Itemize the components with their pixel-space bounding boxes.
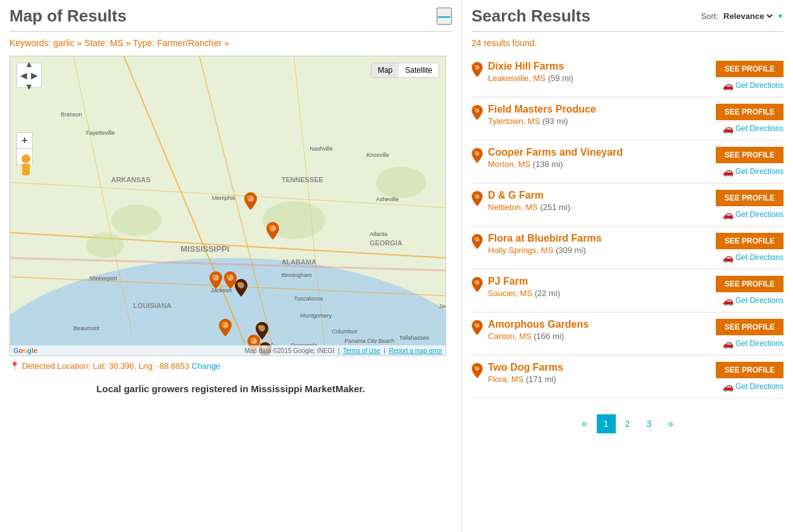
left-panel: Map of Results — Keywords: garlic » Stat…	[0, 0, 462, 532]
map-type-satellite-button[interactable]: Satellite	[399, 63, 439, 77]
result-item: Cooper Farms and Vineyard Morton, MS (13…	[471, 140, 784, 183]
result-pin-icon	[471, 363, 483, 378]
map-description: Local garlic growers registered in Missi…	[9, 383, 452, 394]
see-profile-button[interactable]: SEE PROFILE	[716, 276, 784, 292]
map-pin-1[interactable]	[244, 192, 257, 210]
right-panel: Search Results Sort: Relevance Distance …	[462, 0, 793, 532]
get-directions-link[interactable]: 🚗 Get Directions	[723, 381, 784, 392]
pagination-page-button[interactable]: 1	[597, 414, 616, 433]
report-link[interactable]: Report a map error	[389, 347, 442, 354]
map-footer: Google Map data ©2015 Google, INEGI | Te…	[10, 345, 446, 356]
get-directions-link[interactable]: 🚗 Get Directions	[723, 252, 784, 263]
map-zoom-in-button[interactable]: +	[16, 132, 33, 149]
get-directions-text: Get Directions	[735, 210, 784, 219]
detected-location-text: Detected Location: Lat: 30.396, Lng: -88…	[22, 361, 190, 371]
result-distance: (93 mi)	[542, 116, 568, 126]
result-actions: SEE PROFILE 🚗 Get Directions	[716, 104, 784, 133]
get-directions-text: Get Directions	[735, 296, 784, 305]
result-name[interactable]: D & G Farm	[488, 190, 711, 201]
car-icon: 🚗	[723, 123, 734, 133]
result-pin-icon	[471, 234, 483, 249]
svg-text:Montgomery: Montgomery	[301, 312, 332, 319]
result-item: Amorphous Gardens Canton, MS (166 mi) SE…	[471, 312, 784, 356]
get-directions-text: Get Directions	[735, 124, 784, 133]
result-name[interactable]: Amorphous Gardens	[488, 319, 711, 330]
see-profile-button[interactable]: SEE PROFILE	[716, 147, 784, 163]
get-directions-text: Get Directions	[735, 167, 784, 176]
result-item: Two Dog Farms Flora, MS (171 mi) SEE PRO…	[471, 356, 784, 399]
result-distance: (138 mi)	[533, 159, 563, 169]
get-directions-link[interactable]: 🚗 Get Directions	[723, 209, 784, 220]
result-name[interactable]: Cooper Farms and Vineyard	[488, 147, 711, 158]
result-location: Canton, MS (166 mi)	[488, 331, 711, 341]
svg-text:ALABAMA: ALABAMA	[282, 258, 316, 266]
result-pin-icon	[471, 105, 483, 120]
see-profile-button[interactable]: SEE PROFILE	[716, 190, 784, 206]
get-directions-text: Get Directions	[735, 253, 784, 262]
result-info: Dixie Hill Farms Leakesville, MS (59 mi)	[488, 61, 711, 83]
car-icon: 🚗	[723, 209, 734, 220]
result-name[interactable]: Dixie Hill Farms	[488, 61, 711, 72]
see-profile-button[interactable]: SEE PROFILE	[716, 319, 784, 335]
map-pin-6[interactable]	[219, 319, 232, 337]
see-profile-button[interactable]: SEE PROFILE	[716, 104, 784, 120]
svg-point-71	[474, 280, 477, 283]
svg-text:Jac...: Jac...	[439, 303, 446, 309]
get-directions-link[interactable]: 🚗 Get Directions	[723, 166, 784, 176]
map-pin-5[interactable]	[235, 279, 247, 297]
result-distance: (166 mi)	[534, 331, 564, 341]
google-logo: Google	[13, 347, 37, 354]
change-location-link[interactable]: Change	[192, 361, 221, 371]
result-city: Leakesville, MS	[488, 73, 546, 83]
svg-point-43	[247, 195, 251, 199]
svg-point-40	[376, 166, 427, 198]
result-pin-icon	[471, 62, 483, 77]
sort-control: Sort: Relevance Distance Name ▼	[701, 11, 784, 22]
svg-point-57	[250, 338, 254, 342]
svg-point-65	[474, 151, 477, 154]
pagination-next-button[interactable]: »	[661, 414, 680, 433]
results-count: 24 results found.	[471, 38, 784, 48]
sort-label: Sort:	[701, 11, 718, 21]
result-actions: SEE PROFILE 🚗 Get Directions	[716, 233, 784, 263]
map-pin-2[interactable]	[266, 222, 279, 240]
get-directions-link[interactable]: 🚗 Get Directions	[723, 80, 784, 90]
result-info: Two Dog Farms Flora, MS (171 mi)	[488, 362, 711, 384]
map-attribution: Map data ©2015 Google, INEGI | Terms of …	[244, 347, 442, 354]
get-directions-link[interactable]: 🚗 Get Directions	[723, 123, 784, 133]
pagination-page-button[interactable]: 2	[618, 414, 637, 433]
svg-text:Columbus: Columbus	[332, 328, 358, 335]
result-location: Tylertown, MS (93 mi)	[488, 116, 711, 126]
result-name[interactable]: Field Masters Produce	[488, 104, 711, 115]
map-collapse-button[interactable]: —	[437, 8, 452, 25]
result-name[interactable]: Flora at Bluebird Farms	[488, 233, 711, 244]
map-pan-button[interactable]: ▲ ◀▶ ▼	[16, 63, 42, 88]
svg-point-47	[212, 275, 216, 278]
svg-point-69	[474, 237, 477, 240]
see-profile-button[interactable]: SEE PROFILE	[716, 362, 784, 378]
svg-text:GEORGIA: GEORGIA	[370, 239, 403, 247]
result-name[interactable]: Two Dog Farms	[488, 362, 711, 373]
get-directions-link[interactable]: 🚗 Get Directions	[723, 295, 784, 306]
results-list: Dixie Hill Farms Leakesville, MS (59 mi)…	[471, 54, 784, 399]
see-profile-button[interactable]: SEE PROFILE	[716, 233, 784, 249]
get-directions-text: Get Directions	[735, 339, 784, 348]
get-directions-text: Get Directions	[735, 81, 784, 90]
result-city: Holly Springs, MS	[488, 245, 553, 255]
see-profile-button[interactable]: SEE PROFILE	[716, 61, 784, 77]
map-type-map-button[interactable]: Map	[372, 63, 399, 77]
pagination-page-button[interactable]: 3	[640, 414, 659, 433]
result-name[interactable]: PJ Farm	[488, 276, 711, 287]
result-info: Cooper Farms and Vineyard Morton, MS (13…	[488, 147, 711, 169]
sort-select[interactable]: Relevance Distance Name	[721, 11, 775, 22]
terms-link[interactable]: Terms of Use	[343, 347, 380, 354]
pagination-prev-button[interactable]: «	[575, 414, 594, 433]
svg-point-38	[111, 204, 162, 236]
map-pin-3[interactable]	[209, 271, 222, 289]
map-container: ARKANSAS MISSISSIPPI ALABAMA LOUISIANA G…	[9, 56, 446, 356]
results-title: Search Results	[471, 6, 590, 26]
pegman-body	[22, 164, 30, 175]
get-directions-link[interactable]: 🚗 Get Directions	[723, 338, 784, 349]
result-item: Field Masters Produce Tylertown, MS (93 …	[471, 97, 784, 140]
map-pegman[interactable]	[18, 154, 34, 180]
